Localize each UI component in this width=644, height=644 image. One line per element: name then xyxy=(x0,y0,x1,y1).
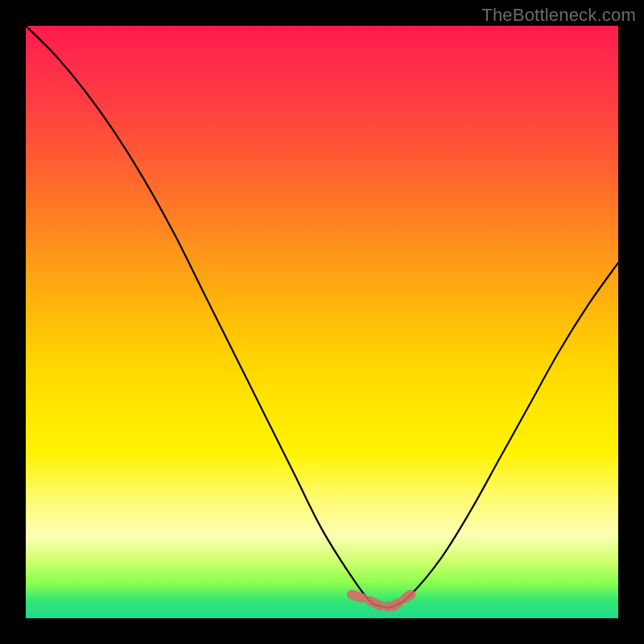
chart-frame: TheBottleneck.com xyxy=(0,0,644,644)
bottom-highlight xyxy=(352,595,411,607)
curve-svg xyxy=(26,26,618,618)
watermark-text: TheBottleneck.com xyxy=(481,5,636,26)
bottleneck-curve xyxy=(26,26,618,608)
plot-area xyxy=(26,26,618,618)
